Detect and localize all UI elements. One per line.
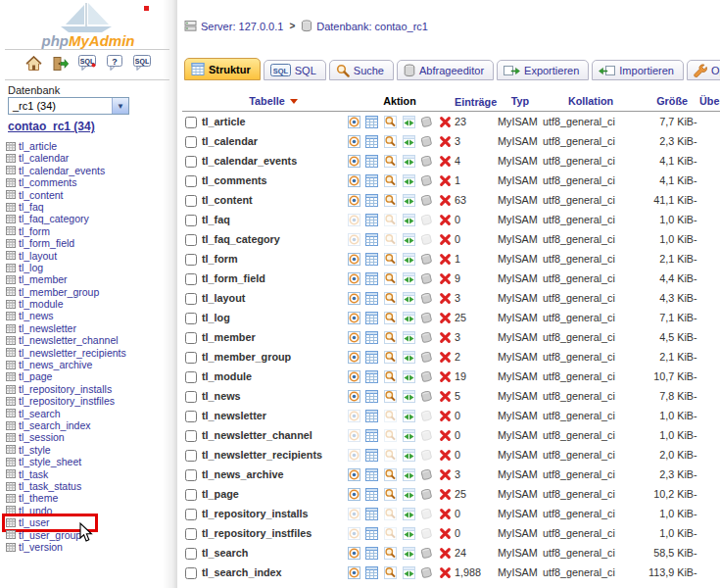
insert-icon[interactable] <box>403 155 415 168</box>
table-name-link[interactable]: tl_content <box>202 190 345 210</box>
database-link[interactable]: contao_rc1 (34) <box>8 120 95 133</box>
drop-icon[interactable] <box>439 351 452 364</box>
tab-suche[interactable]: Suche <box>329 60 394 80</box>
header-ueberhang[interactable]: Überhang <box>694 90 720 112</box>
sidebar-item-tl_calendar[interactable]: tl_calendar <box>6 152 172 164</box>
empty-icon[interactable] <box>420 253 433 266</box>
sidebar-item-tl_repository_instfiles[interactable]: tl_repository_instfiles <box>6 395 172 407</box>
browse-icon[interactable] <box>348 194 360 207</box>
sidebar-item-tl_theme[interactable]: tl_theme <box>6 492 172 504</box>
sidebar-item-tl_task[interactable]: tl_task <box>6 468 172 480</box>
insert-icon[interactable] <box>403 214 415 226</box>
row-checkbox[interactable] <box>185 450 197 462</box>
sidebar-item-tl_layout[interactable]: tl_layout <box>6 250 172 262</box>
structure-icon[interactable] <box>365 292 378 305</box>
row-checkbox[interactable] <box>185 469 197 481</box>
row-size-link[interactable]: 10,2 KiB <box>639 484 694 504</box>
structure-icon[interactable] <box>365 253 378 266</box>
insert-icon[interactable] <box>403 468 415 481</box>
insert-icon[interactable] <box>403 194 415 207</box>
chevron-down-icon[interactable]: ▼ <box>112 98 128 114</box>
insert-icon[interactable] <box>403 566 415 579</box>
table-name-link[interactable]: tl_member <box>202 327 345 347</box>
structure-icon[interactable] <box>365 331 378 344</box>
search-icon[interactable] <box>384 390 397 403</box>
table-name-link[interactable]: tl_faq_category <box>202 229 345 249</box>
search-icon[interactable] <box>384 272 397 285</box>
drop-icon[interactable] <box>439 312 452 324</box>
row-checkbox[interactable] <box>185 391 197 403</box>
structure-icon[interactable] <box>365 351 378 364</box>
drop-icon[interactable] <box>439 155 452 168</box>
row-checkbox[interactable] <box>185 254 197 266</box>
table-name-link[interactable]: tl_calendar <box>202 131 345 151</box>
tab-importieren[interactable]: Importieren <box>592 60 684 80</box>
database-select[interactable]: _rc1 (34) ▼ <box>8 97 129 115</box>
empty-icon[interactable] <box>420 508 433 520</box>
header-groesse[interactable]: Größe <box>639 90 694 112</box>
search-icon[interactable] <box>384 292 397 305</box>
tab-abfrageeditor[interactable]: Abfrageeditor <box>397 60 494 80</box>
drop-icon[interactable] <box>439 488 452 501</box>
structure-icon[interactable] <box>365 547 378 560</box>
insert-icon[interactable] <box>403 351 415 364</box>
table-name-link[interactable]: tl_news_archive <box>202 465 345 484</box>
row-checkbox[interactable] <box>185 156 197 168</box>
sql-window-icon[interactable]: SQL <box>78 55 97 74</box>
structure-icon[interactable] <box>365 312 378 324</box>
drop-icon[interactable] <box>439 410 452 422</box>
empty-icon[interactable] <box>420 488 433 501</box>
empty-icon[interactable] <box>420 272 433 285</box>
sidebar-item-tl_faq[interactable]: tl_faq <box>6 201 172 213</box>
search-icon[interactable] <box>384 174 397 187</box>
sidebar-item-tl_search_index[interactable]: tl_search_index <box>6 419 172 431</box>
browse-icon[interactable] <box>348 370 360 383</box>
insert-icon[interactable] <box>403 331 415 344</box>
row-size-link[interactable]: 58,5 KiB <box>639 543 694 563</box>
structure-icon[interactable] <box>365 410 378 422</box>
empty-icon[interactable] <box>420 449 433 462</box>
row-size-link[interactable]: 4,1 KiB <box>639 171 694 190</box>
empty-icon[interactable] <box>420 390 433 403</box>
sidebar-item-tl_user[interactable]: tl_user <box>6 516 172 528</box>
row-size-link[interactable]: 2,1 KiB <box>639 249 694 269</box>
row-size-link[interactable]: 1,0 KiB <box>639 229 694 249</box>
insert-icon[interactable] <box>403 174 415 187</box>
sidebar-item-tl_faq_category[interactable]: tl_faq_category <box>6 213 172 224</box>
row-size-link[interactable]: 7,7 KiB <box>639 112 694 132</box>
row-checkbox[interactable] <box>185 430 197 442</box>
search-icon[interactable] <box>384 508 397 520</box>
row-checkbox[interactable] <box>185 352 197 364</box>
row-checkbox[interactable] <box>185 489 197 501</box>
header-kollation[interactable]: Kollation <box>543 90 639 112</box>
search-icon[interactable] <box>384 312 397 324</box>
search-icon[interactable] <box>384 527 397 540</box>
empty-icon[interactable] <box>420 292 433 305</box>
drop-icon[interactable] <box>439 508 452 520</box>
sidebar-item-tl_page[interactable]: tl_page <box>6 370 172 382</box>
row-size-link[interactable]: 7,8 KiB <box>639 386 694 406</box>
search-icon[interactable] <box>384 253 397 266</box>
row-checkbox[interactable] <box>185 215 197 226</box>
query-window-icon[interactable]: SQL <box>133 55 152 74</box>
browse-icon[interactable] <box>348 449 360 462</box>
empty-icon[interactable] <box>420 135 433 148</box>
sidebar-item-tl_form_field[interactable]: tl_form_field <box>6 237 172 249</box>
sidebar-item-tl_calendar_events[interactable]: tl_calendar_events <box>6 165 172 176</box>
structure-icon[interactable] <box>365 214 378 226</box>
row-checkbox[interactable] <box>185 509 197 520</box>
empty-icon[interactable] <box>420 155 433 168</box>
table-name-link[interactable]: tl_search <box>202 543 345 563</box>
search-icon[interactable] <box>384 370 397 383</box>
table-name-link[interactable]: tl_log <box>202 308 345 327</box>
browse-icon[interactable] <box>348 547 360 560</box>
browse-icon[interactable] <box>348 331 360 344</box>
insert-icon[interactable] <box>403 488 415 501</box>
breadcrumb-server[interactable]: Server: 127.0.0.1 <box>184 20 283 32</box>
search-icon[interactable] <box>384 410 397 422</box>
insert-icon[interactable] <box>403 312 415 324</box>
sidebar-item-tl_comments[interactable]: tl_comments <box>6 176 172 188</box>
row-checkbox[interactable] <box>185 313 197 324</box>
row-size-link[interactable]: 2,3 KiB <box>639 465 694 484</box>
table-name-link[interactable]: tl_member_group <box>202 347 345 367</box>
